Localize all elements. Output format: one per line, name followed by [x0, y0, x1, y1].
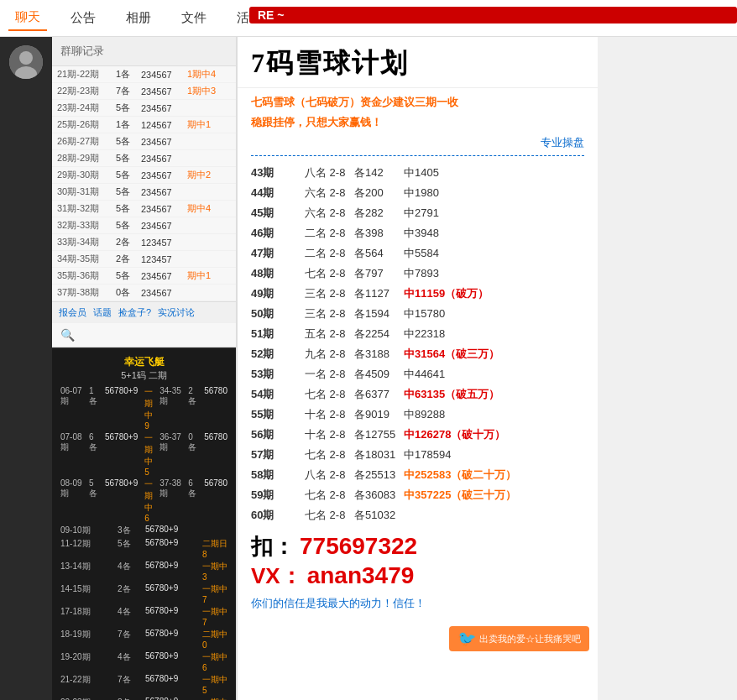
snowball-row: 60期 七名 2-8 各51032	[238, 505, 598, 525]
snowball-row: 55期 十名 2-8 各9019 中89288	[238, 405, 598, 425]
period-row: 33期-34期 2各 123457	[52, 234, 236, 251]
period-row: 23期-24期 5各 234567	[52, 100, 236, 117]
svg-point-1	[19, 51, 33, 65]
search-icon: 🔍	[60, 328, 75, 342]
fortune-row: 14-15期2各56780+9一期中7	[60, 582, 227, 605]
watermark-container: 🐦 出卖我的爱☆让我痛哭吧	[238, 614, 598, 656]
fortune-row: 19-20期4各56780+9一期中6	[60, 650, 227, 673]
period-row: 34期-35期 2各 123457	[52, 251, 236, 268]
qq-label: 扣：	[251, 532, 295, 562]
period-row: 28期-29期 5各 234567	[52, 150, 236, 167]
snowball-row: 49期 三名 2-8 各1127 中11159（破万）	[238, 284, 598, 304]
search-bar: 🔍	[52, 323, 236, 347]
topic-link[interactable]: 话题	[93, 306, 112, 319]
snowball-row: 51期 五名 2-8 各2254 中22318	[238, 324, 598, 344]
period-row: 26期-27期 5各 234567	[52, 133, 236, 150]
avatar	[9, 45, 43, 79]
live-link[interactable]: 实况讨论	[158, 306, 195, 319]
snowball-row: 43期 八名 2-8 各142 中1405	[238, 163, 598, 183]
snowball-row: 58期 八名 2-8 各25513 中252583（破二十万）	[238, 465, 598, 485]
nav-files[interactable]: 文件	[175, 6, 213, 30]
snowball-divider	[251, 155, 584, 156]
snowball-row: 57期 七名 2-8 各18031 中178594	[238, 445, 598, 465]
snowball-row: 44期 六名 2-8 各200 中1980	[238, 183, 598, 203]
re-badge: RE ~	[249, 7, 737, 24]
watermark: 🐦 出卖我的爱☆让我痛哭吧	[449, 626, 589, 651]
snowball-row: 45期 六名 2-8 各282 中2791	[238, 203, 598, 223]
right-panel: 7码雪球计划 七码雪球（七码破万）资金少建议三期一收 稳跟挂停，只想大家赢钱！ …	[237, 37, 598, 700]
trust-text: 你们的信任是我最大的动力！信任！	[251, 596, 584, 611]
snowball-row: 54期 七名 2-8 各6377 中63135（破五万）	[238, 384, 598, 405]
chat-list-header: 群聊记录	[52, 37, 236, 66]
snowball-desc2: 稳跟挂停，只想大家赢钱！	[238, 113, 598, 135]
main-container: 群聊记录 21期-22期 1各 234567 1期中4 22期-23期 7各 2…	[0, 37, 737, 700]
period-row: 22期-23期 7各 234567 1期中3	[52, 83, 236, 100]
nav-album[interactable]: 相册	[119, 6, 158, 30]
period-row: 37期-38期 0各 234567	[52, 285, 236, 301]
fortune-row: 08-09期5各56780+9一期中6 37-38期6各56780	[60, 478, 227, 524]
fortune-section: 幸运飞艇 5+1码 二期 06-07期1各56780+9一期中9 34-35期2…	[52, 347, 236, 700]
nav-notice[interactable]: 公告	[64, 6, 102, 30]
snowball-pro: 专业操盘	[238, 135, 598, 150]
fortune-subtitle: 5+1码 二期	[60, 369, 227, 382]
snowball-row: 47期 二名 2-8 各564 中5584	[238, 243, 598, 264]
snowball-contact: 扣： 775697322 VX： anan3479 你们的信任是我最大的动力！信…	[238, 525, 598, 614]
period-row: 35期-36期 5各 234567 期中1	[52, 268, 236, 285]
period-row: 32期-33期 5各 234567	[52, 217, 236, 234]
snowball-row: 50期 三名 2-8 各1594 中15780	[238, 304, 598, 324]
fortune-row: 09-10期3各56780+9	[60, 524, 227, 537]
snowball-row: 59期 七名 2-8 各36083 中357225（破三十万）	[238, 485, 598, 505]
left-sidebar	[0, 37, 52, 700]
fortune-row: 18-19期7各56780+9二期中0	[60, 628, 227, 650]
period-row: 30期-31期 5各 234567	[52, 184, 236, 201]
snowball-header: 7码雪球计划	[238, 37, 598, 88]
fortune-row: 21-22期7各56780+9一期中5	[60, 673, 227, 696]
snowball-row: 46期 二名 2-8 各398 中3948	[238, 223, 598, 243]
box-link[interactable]: 捡盒子?	[118, 306, 151, 319]
fortune-row: 06-07期1各56780+9一期中9 34-35期2各56780	[60, 385, 227, 431]
member-bar: 报会员 话题 捡盒子? 实况讨论	[52, 301, 236, 323]
period-row: 29期-30期 5各 234567 期中2	[52, 167, 236, 184]
vx-label: VX：	[251, 562, 302, 591]
snowball-row: 48期 七名 2-8 各797 中7893	[238, 264, 598, 284]
snowball-title: 7码雪球计划	[251, 45, 584, 82]
period-row: 31期-32期 5各 234567 期中4	[52, 201, 236, 217]
period-row: 25期-26期 1各 124567 期中1	[52, 117, 236, 133]
vx-number: anan3479	[307, 562, 415, 589]
chat-list-panel: 群聊记录 21期-22期 1各 234567 1期中4 22期-23期 7各 2…	[52, 37, 237, 700]
snowball-desc1: 七码雪球（七码破万）资金少建议三期一收	[238, 88, 598, 113]
top-navigation: 聊天 公告 相册 文件 活动 设置 ∨ RE ~	[0, 0, 737, 37]
snowball-row: 52期 九名 2-8 各3188 中31564（破三万）	[238, 344, 598, 364]
fortune-row: 13-14期4各56780+9一期中3	[60, 560, 227, 582]
nav-chat[interactable]: 聊天	[8, 5, 47, 31]
period-row: 21期-22期 1各 234567 1期中4	[52, 66, 236, 83]
snowball-rows: 43期 八名 2-8 各142 中1405 44期 六名 2-8 各200 中1…	[238, 163, 598, 525]
fortune-row: 11-12期5各56780+9二期日8	[60, 537, 227, 560]
fortune-title: 幸运飞艇	[60, 355, 227, 369]
qq-number: 775697322	[300, 533, 417, 560]
fortune-row: 17-18期4各56780+9一期中7	[60, 605, 227, 628]
snowball-row: 53期 一名 2-8 各4509 中44641	[238, 364, 598, 384]
member-link[interactable]: 报会员	[59, 306, 86, 319]
period-rows: 21期-22期 1各 234567 1期中4 22期-23期 7各 234567…	[52, 66, 236, 301]
fortune-row: 07-08期6各56780+9一期中5 36-37期0各56780	[60, 431, 227, 478]
fortune-row: 22-23期8各56780+9一期中7	[60, 696, 227, 700]
snowball-row: 56期 十名 2-8 各12755 中126278（破十万）	[238, 425, 598, 445]
